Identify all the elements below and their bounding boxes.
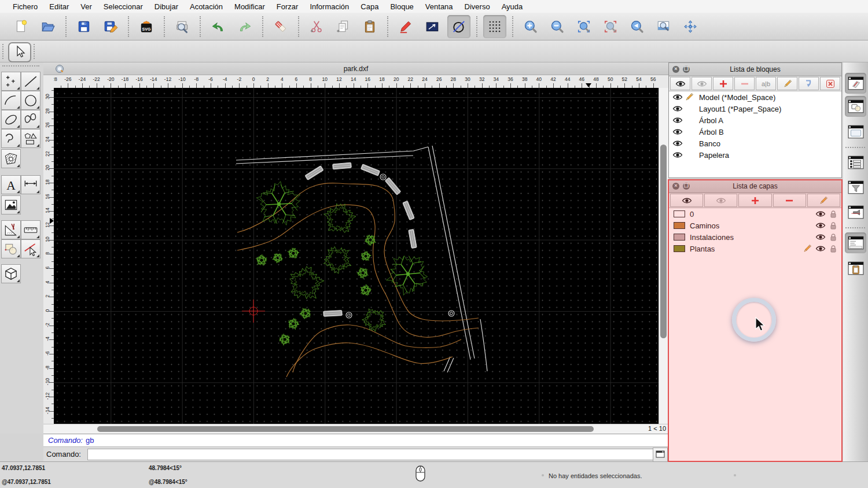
zoom-window-button[interactable]: [652, 15, 675, 38]
paste-icon: [362, 19, 377, 34]
menu-item-forzar[interactable]: Forzar: [271, 2, 304, 11]
command-window-toggle-button[interactable]: [653, 448, 668, 462]
tool-ellipse-button[interactable]: [1, 110, 21, 129]
save-as-button[interactable]: [99, 15, 122, 38]
property-editor-dock-button[interactable]: [845, 73, 866, 94]
zoom-in-button[interactable]: [519, 15, 542, 38]
block-visibility-eye-icon[interactable]: [672, 117, 683, 124]
palette-handle[interactable]: [2, 65, 39, 66]
toolbar-separator: [476, 16, 477, 37]
list-view-dock-button[interactable]: [845, 152, 866, 173]
document-title-bar[interactable]: park.dxf: [43, 62, 668, 75]
eraser-button[interactable]: [269, 15, 292, 38]
toolbar-handle[interactable]: [2, 44, 3, 59]
tool-solid-3d-button[interactable]: [1, 264, 21, 283]
block-row[interactable]: Model (*Model_Space): [669, 91, 841, 103]
block-row[interactable]: Layout1 (*Paper_Space): [669, 103, 841, 114]
circle-line-button[interactable]: [447, 15, 470, 38]
menu-item-información[interactable]: Información: [304, 2, 355, 11]
menu-item-dibujar[interactable]: Dibujar: [149, 2, 184, 11]
toolbar-separator: [387, 16, 388, 37]
menu-item-seleccionar[interactable]: Seleccionar: [98, 2, 149, 11]
ruler-tick: [382, 83, 382, 88]
library-browser-dock-button[interactable]: [845, 202, 866, 223]
zoom-auto-button[interactable]: [572, 15, 595, 38]
zoom-out-button[interactable]: [546, 15, 569, 38]
tool-blocks-button[interactable]: [1, 239, 21, 258]
ruler-label: -4: [45, 334, 50, 344]
zoom-previous-button[interactable]: [626, 15, 649, 38]
selection-arrow-button[interactable]: [8, 42, 31, 62]
tool-ruler-button[interactable]: [21, 220, 41, 239]
tool-polyline-button[interactable]: [1, 129, 21, 148]
preview-window-dock-button[interactable]: [845, 121, 866, 142]
tool-shapes-button[interactable]: [21, 129, 41, 148]
rename-block-button[interactable]: a|b: [756, 77, 776, 90]
close-icon[interactable]: ×: [672, 66, 679, 73]
block-row[interactable]: Banco: [669, 138, 841, 149]
tool-select-modify-button[interactable]: [21, 239, 41, 258]
tool-line-button[interactable]: [21, 72, 41, 91]
new-file-button[interactable]: [10, 15, 33, 38]
block-visibility-eye-icon[interactable]: [672, 128, 683, 135]
open-file-button[interactable]: [36, 15, 60, 38]
command-window-dock-button[interactable]: [845, 232, 866, 253]
draw-pencil-button[interactable]: [394, 15, 417, 38]
block-row[interactable]: Árbol A: [669, 114, 841, 126]
edit-block-button[interactable]: [777, 77, 797, 90]
menu-item-editar[interactable]: Editar: [43, 2, 75, 11]
paste-button[interactable]: [358, 15, 381, 38]
menu-item-bloque[interactable]: Bloque: [384, 2, 419, 11]
tool-arc-button[interactable]: [1, 91, 21, 110]
menu-item-fichero[interactable]: Fichero: [7, 2, 43, 11]
drawing-canvas[interactable]: [54, 88, 659, 424]
menu-item-capa[interactable]: Capa: [355, 2, 384, 11]
horizontal-scrollbar[interactable]: 1 < 10: [43, 424, 668, 434]
selection-filter-dock-button[interactable]: [845, 177, 866, 198]
float-panel-icon[interactable]: ❐: [683, 66, 690, 73]
redo-button[interactable]: [233, 15, 256, 38]
horizontal-scrollbar-thumb[interactable]: [97, 426, 594, 432]
block-visibility-eye-icon[interactable]: [672, 94, 683, 101]
show-all-blocks-button[interactable]: [670, 77, 690, 90]
menu-item-ayuda[interactable]: Ayuda: [496, 2, 529, 11]
copy-button[interactable]: [332, 15, 355, 38]
selection-rect-button[interactable]: [421, 15, 444, 38]
zoom-pan-button[interactable]: [679, 15, 702, 38]
block-row[interactable]: Árbol B: [669, 126, 841, 138]
clipboard-panel-dock-button[interactable]: [845, 258, 866, 279]
menu-item-ver[interactable]: Ver: [75, 2, 98, 11]
command-input[interactable]: [87, 449, 656, 460]
tool-circle-button[interactable]: [21, 91, 41, 110]
delete-block-button[interactable]: [820, 77, 840, 90]
cut-button[interactable]: [305, 15, 328, 38]
undo-button[interactable]: [207, 15, 230, 38]
menu-item-acotación[interactable]: Acotación: [184, 2, 229, 11]
tool-spline-button[interactable]: [21, 110, 41, 129]
tool-text-button[interactable]: A: [1, 175, 21, 194]
remove-block-button[interactable]: [734, 77, 755, 90]
vertical-scrollbar-thumb[interactable]: [660, 145, 667, 338]
grid-toggle-button[interactable]: [483, 15, 506, 38]
tool-hatch-button[interactable]: [1, 149, 21, 168]
tool-dimension-button[interactable]: [21, 175, 41, 194]
block-visibility-eye-icon[interactable]: [672, 140, 683, 147]
block-visibility-eye-icon[interactable]: [672, 105, 683, 112]
menu-item-ventana[interactable]: Ventana: [420, 2, 459, 11]
tool-measure-button[interactable]: [1, 220, 21, 239]
add-block-button[interactable]: [713, 77, 733, 90]
block-visibility-eye-icon[interactable]: [672, 151, 683, 158]
save-button[interactable]: [72, 15, 95, 38]
svg-export-button[interactable]: SVG: [135, 15, 158, 38]
menu-item-diverso[interactable]: Diverso: [459, 2, 496, 11]
print-preview-button[interactable]: [171, 15, 194, 38]
block-list-toggle-dock-button[interactable]: [845, 96, 866, 117]
hide-all-blocks-button[interactable]: [692, 77, 712, 90]
block-row[interactable]: Papelera: [669, 149, 841, 161]
zoom-select-button[interactable]: [599, 15, 622, 38]
tool-image-button[interactable]: [1, 195, 21, 215]
vertical-scrollbar[interactable]: [659, 88, 668, 424]
insert-block-button[interactable]: [799, 77, 819, 90]
tool-points-button[interactable]: [1, 72, 21, 91]
menu-item-modificar[interactable]: Modificar: [229, 2, 271, 11]
